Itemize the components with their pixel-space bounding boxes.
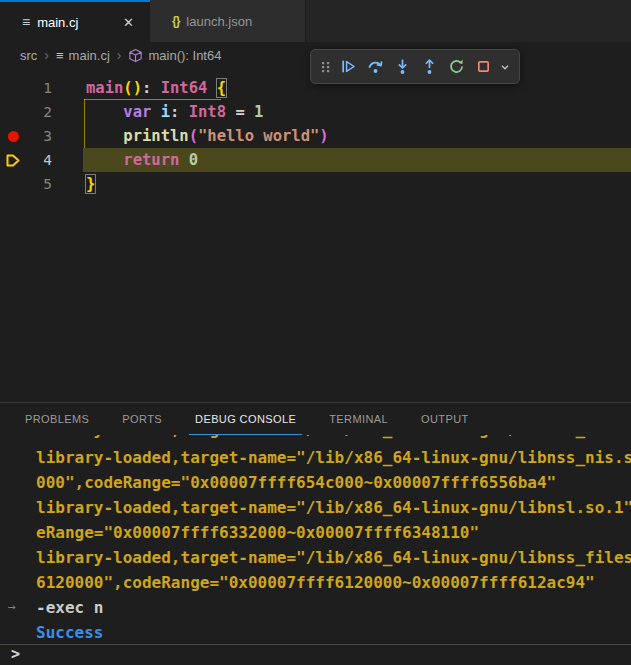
line-number: 1 [0, 76, 52, 100]
bottom-panel: PROBLEMS PORTS DEBUG CONSOLE TERMINAL OU… [0, 402, 631, 665]
tab-launch-json[interactable]: {} launch.json [150, 0, 306, 42]
debug-console-output: library-loaded,target-name="/lib/x86_64-… [0, 435, 631, 644]
tab-output[interactable]: OUTPUT [415, 403, 475, 435]
console-line: eRange="0x00007ffff6332000~0x00007ffff63… [36, 520, 631, 545]
tab-ports[interactable]: PORTS [116, 403, 168, 435]
panel-tabs: PROBLEMS PORTS DEBUG CONSOLE TERMINAL OU… [0, 403, 631, 435]
dropdown-chevron-icon[interactable] [497, 53, 513, 80]
step-into-icon[interactable] [389, 53, 416, 80]
tab-bar: ≡ main.cj ✕ {} launch.json [0, 0, 631, 42]
editor-line[interactable]: 3 println("hello world") [0, 124, 631, 148]
step-out-icon[interactable] [416, 53, 443, 80]
list-icon: ≡ [56, 48, 64, 63]
debug-console-input[interactable]: > [0, 644, 631, 665]
console-command: →-exec n [36, 595, 631, 620]
console-line: 000",codeRange="0x00007ffff654c000~0x000… [36, 470, 631, 495]
breadcrumb-src[interactable]: src [20, 48, 37, 63]
restart-icon[interactable] [443, 53, 470, 80]
line-number: 4 [0, 148, 52, 172]
tab-problems[interactable]: PROBLEMS [19, 403, 95, 435]
code-editor[interactable]: 1main(): Int64 {2 var i: Int8 = 13 print… [0, 68, 631, 402]
code-text: } [86, 172, 95, 196]
stop-icon[interactable] [470, 53, 497, 80]
console-line: library-loaded,target-name="/lib/x86_64-… [36, 495, 631, 520]
command-arrow-icon: → [8, 594, 16, 619]
editor-line[interactable]: 2 var i: Int8 = 1 [0, 100, 631, 124]
symbol-cube-icon [128, 48, 143, 63]
tab-debug-console[interactable]: DEBUG CONSOLE [189, 403, 302, 435]
editor-line[interactable]: 4 return 0 [0, 148, 631, 172]
code-text: var i: Int8 = 1 [86, 100, 263, 124]
debug-toolbar [310, 49, 520, 84]
line-number: 2 [0, 100, 52, 124]
code-text: println("hello world") [86, 124, 329, 148]
line-number: 3 [0, 124, 52, 148]
console-line: library-loaded,target-name="/lib/x86_64-… [36, 445, 631, 470]
continue-icon[interactable] [335, 53, 362, 80]
console-line: library-loaded,target-name="/lib/x86_64-… [36, 545, 631, 570]
code-text: return 0 [86, 148, 198, 172]
console-line-clipped: library-loaded,target-name="/lib/x86_64-… [36, 435, 631, 442]
drag-handle-icon[interactable] [317, 53, 335, 80]
code-text: main(): Int64 { [86, 76, 226, 100]
console-line: 6120000",codeRange="0x00007ffff6120000~0… [36, 570, 631, 595]
console-result: Success [36, 620, 631, 644]
chevron-right-icon: › [44, 47, 49, 63]
tab-main-cj[interactable]: ≡ main.cj ✕ [0, 0, 150, 42]
editor-lines: 1main(): Int64 {2 var i: Int8 = 13 print… [0, 68, 631, 196]
line-number: 5 [0, 172, 52, 196]
close-icon[interactable]: ✕ [119, 15, 138, 30]
tab-label: launch.json [186, 14, 252, 29]
step-over-icon[interactable] [362, 53, 389, 80]
editor-line[interactable]: 5} [0, 172, 631, 196]
braces-icon: {} [172, 14, 179, 28]
prompt-chevron-icon: > [11, 645, 20, 663]
breadcrumb-symbol[interactable]: main(): Int64 [148, 48, 221, 63]
chevron-right-icon: › [117, 47, 122, 63]
list-icon: ≡ [22, 14, 30, 30]
breadcrumb-file[interactable]: main.cj [69, 48, 110, 63]
tab-label: main.cj [37, 15, 78, 30]
tab-terminal[interactable]: TERMINAL [323, 403, 394, 435]
vscode-window: ≡ main.cj ✕ {} launch.json src › ≡ main.… [0, 0, 631, 665]
